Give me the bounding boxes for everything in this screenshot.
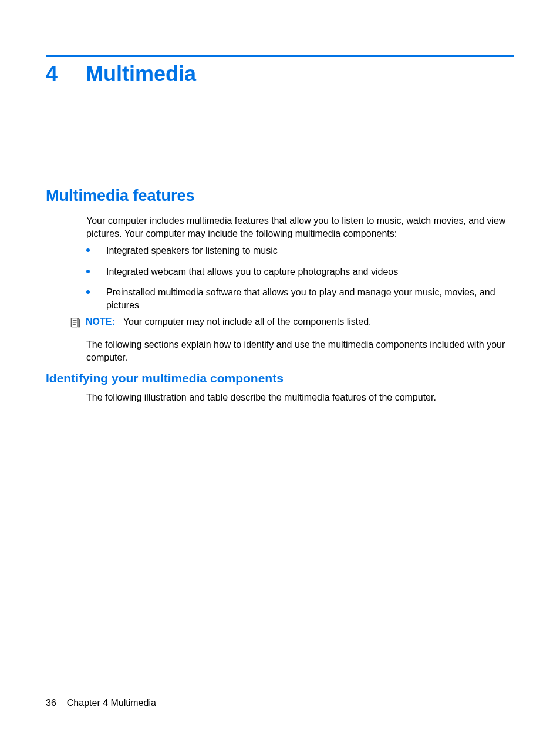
section-heading: Multimedia features — [46, 187, 195, 205]
document-page: 4 Multimedia Multimedia features Your co… — [0, 0, 560, 746]
page-number: 36 — [46, 698, 56, 708]
bullet-text: Integrated webcam that allows you to cap… — [106, 266, 398, 278]
bullet-icon — [86, 290, 90, 294]
list-item: Integrated webcam that allows you to cap… — [86, 266, 514, 278]
section-intro: Your computer includes multimedia featur… — [86, 214, 514, 240]
chapter-rule — [46, 55, 514, 57]
footer-chapter-label: Chapter 4 Multimedia — [67, 698, 156, 708]
bullet-icon — [86, 270, 90, 273]
list-item: Integrated speakers for listening to mus… — [86, 244, 514, 257]
note-text: Your computer may not include all of the… — [123, 317, 372, 327]
chapter-title: Multimedia — [86, 62, 196, 86]
list-item: Preinstalled multimedia software that al… — [86, 286, 514, 311]
page-footer: 36 Chapter 4 Multimedia — [46, 698, 156, 708]
chapter-heading: 4 Multimedia — [46, 62, 196, 86]
note-callout: NOTE: Your computer may not include all … — [69, 314, 514, 331]
section-follow-text: The following sections explain how to id… — [86, 338, 514, 364]
bullet-icon — [86, 248, 90, 252]
note-label: NOTE: — [86, 317, 115, 327]
bullet-text: Preinstalled multimedia software that al… — [106, 286, 514, 311]
chapter-number: 4 — [46, 62, 58, 86]
note-icon — [69, 317, 82, 328]
bullet-text: Integrated speakers for listening to mus… — [106, 244, 278, 257]
subsection-heading: Identifying your multimedia components — [46, 371, 284, 385]
subsection-body: The following illustration and table des… — [86, 392, 514, 403]
bullet-list: Integrated speakers for listening to mus… — [86, 244, 514, 320]
